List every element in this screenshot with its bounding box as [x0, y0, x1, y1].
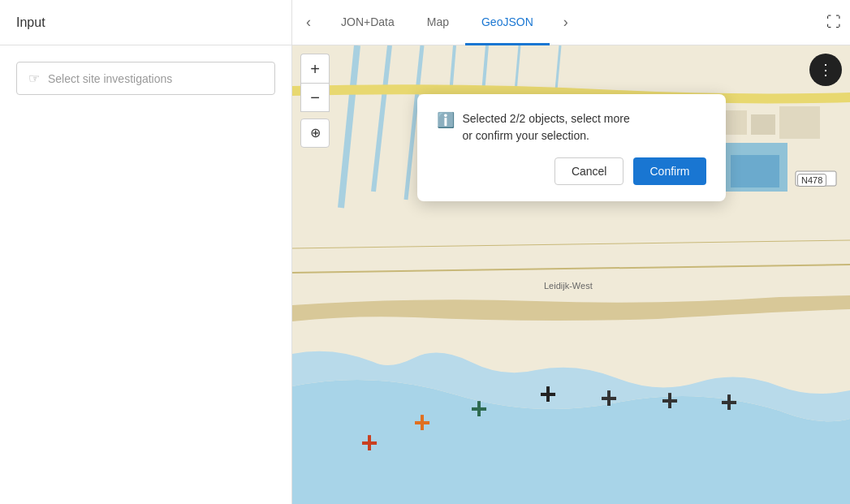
select-site-investigations-input[interactable]: ☞ Select site investigations [16, 62, 275, 95]
panel-title: Input [16, 15, 45, 30]
expand-icon: ⛶ [826, 14, 841, 31]
cursor-icon: ☞ [28, 71, 40, 86]
locate-button[interactable]: ⊕ [300, 118, 330, 148]
header: Input ‹ JON+Data Map GeoJSON › ⛶ [0, 0, 850, 45]
svg-rect-11 [731, 155, 779, 187]
zoom-in-button[interactable]: + [300, 54, 330, 83]
svg-rect-13 [751, 114, 775, 135]
tab-prev-button[interactable]: ‹ [292, 0, 325, 45]
road-label: Leidijk-West [544, 281, 593, 291]
tab-map[interactable]: Map [411, 1, 465, 45]
info-icon: ℹ️ [437, 111, 455, 129]
svg-rect-14 [779, 106, 820, 139]
locate-icon: ⊕ [310, 127, 321, 140]
map-marker-5[interactable]: + [600, 384, 617, 413]
notification-popup: ℹ️ Selected 2/2 objects, select more or … [417, 94, 726, 201]
map-area[interactable]: Leidijk-West N478 + − ⊕ ⋮ ℹ️ Selected 2/… [292, 45, 850, 504]
main-content: ☞ Select site investigations [0, 45, 850, 504]
map-marker-4[interactable]: + [539, 380, 556, 409]
left-panel: ☞ Select site investigations [0, 45, 292, 504]
more-options-icon: ⋮ [818, 61, 833, 79]
tab-expand-button[interactable]: ⛶ [818, 0, 850, 45]
map-marker-1[interactable]: + [360, 429, 378, 458]
cancel-button[interactable]: Cancel [554, 157, 624, 185]
map-marker-2[interactable]: + [413, 408, 430, 437]
left-panel-header: Input [0, 0, 292, 45]
more-options-button[interactable]: ⋮ [809, 54, 842, 86]
select-input-placeholder: Select site investigations [48, 72, 172, 85]
tabs-area: ‹ JON+Data Map GeoJSON › ⛶ [292, 0, 850, 45]
confirm-button[interactable]: Confirm [633, 157, 705, 185]
map-marker-3[interactable]: + [470, 394, 487, 424]
zoom-out-button[interactable]: − [300, 83, 330, 112]
tab-json-data[interactable]: JON+Data [325, 1, 411, 45]
map-marker-7[interactable]: + [720, 388, 737, 417]
road-badge: N478 [797, 174, 826, 187]
notification-message: ℹ️ Selected 2/2 objects, select more or … [437, 110, 706, 144]
tab-geojson[interactable]: GeoJSON [465, 1, 550, 45]
notification-text: Selected 2/2 objects, select more or con… [463, 110, 630, 144]
tab-next-button[interactable]: › [550, 0, 582, 45]
map-controls: + − ⊕ [300, 54, 330, 148]
notification-actions: Cancel Confirm [437, 157, 706, 185]
map-marker-6[interactable]: + [661, 386, 678, 416]
